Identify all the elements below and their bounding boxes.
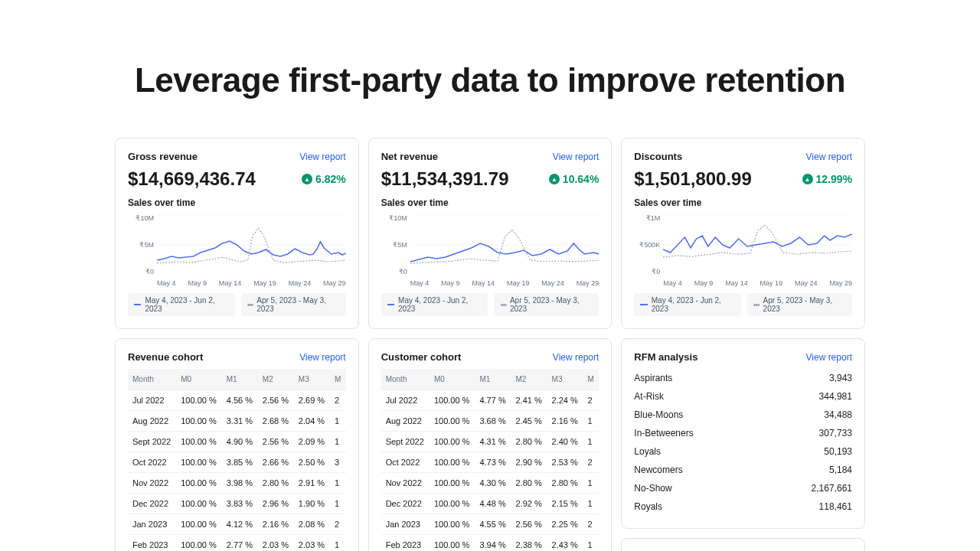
series-primary [410,243,599,262]
revenue-by-source-card: Revenue by source View report web$4,665,… [621,538,865,551]
card-title: Customer cohort [381,351,462,363]
table-row: Aug 2022100.00 %3.31 %2.68 %2.04 %1 [128,411,346,432]
discounts-chart: ₹1M ₹500K ₹0 May 4 May 9 May 14 May 19 M… [634,214,852,287]
table-row: Oct 2022100.00 %4.73 %2.90 %2.53 %2 [381,452,599,473]
view-report-link[interactable]: View report [806,352,852,363]
table-header: M1 [222,369,258,390]
card-title: Revenue cohort [128,351,203,363]
table-header: M0 [430,369,475,390]
table-header: M [330,369,346,390]
chart-subtitle: Sales over time [381,197,599,208]
list-item: In-Betweeners307,733 [634,424,852,442]
arrow-up-icon: ▲ [549,174,560,184]
view-report-link[interactable]: View report [806,152,852,162]
table-header: M3 [294,369,330,390]
legend-compare: •••Apr 5, 2023 - May 3, 2023 [494,293,599,316]
arrow-up-icon: ▲ [802,174,813,184]
table-header: M3 [547,369,583,390]
table-row: Jan 2023100.00 %4.55 %2.56 %2.25 %2 [381,514,599,535]
delta-badge: ▲ 6.82% [302,173,346,185]
table-row: Dec 2022100.00 %4.48 %2.92 %2.15 %1 [381,494,599,514]
customer-cohort-card: Customer cohort View report MonthM0M1M2M… [368,338,612,551]
table-row: Feb 2023100.00 %3.94 %2.38 %2.43 %1 [381,535,599,552]
net-chart: ₹10M ₹5M ₹0 May 4 May 9 May 14 May 19 Ma… [381,214,599,287]
table-header: M [583,369,599,390]
table-row: Sept 2022100.00 %4.31 %2.80 %2.40 %1 [381,432,599,452]
list-item: At-Risk344,981 [634,387,852,406]
list-item: Aspirants3,943 [634,369,852,387]
card-title: RFM analysis [634,351,697,363]
delta-value: 12.99% [816,173,852,185]
delta-value: 6.82% [315,173,346,185]
series-primary [663,234,852,253]
list-item: Newcomers5,184 [634,461,852,479]
metric-value: $11,534,391.79 [381,168,509,190]
legend-primary: May 4, 2023 - Jun 2, 2023 [128,293,235,316]
delta-badge: ▲ 12.99% [802,173,852,185]
metric-value: $14,669,436.74 [128,168,256,190]
view-report-link[interactable]: View report [299,352,345,363]
table-row: Oct 2022100.00 %3.85 %2.66 %2.50 %3 [128,452,346,473]
arrow-up-icon: ▲ [302,174,312,184]
series-compare [663,225,852,257]
table-row: Jul 2022100.00 %4.56 %2.56 %2.69 %2 [128,390,346,411]
table-header: M2 [258,369,294,390]
table-row: Sept 2022100.00 %4.90 %2.56 %2.09 %1 [128,432,346,452]
legend-compare: •••Apr 5, 2023 - May 3, 2023 [747,293,852,316]
table-row: Aug 2022100.00 %3.68 %2.45 %2.16 %1 [381,411,599,432]
discounts-card: Discounts View report $1,501,800.99 ▲ 12… [621,138,865,329]
net-revenue-card: Net revenue View report $11,534,391.79 ▲… [368,138,612,329]
list-item: Blue-Moons34,488 [634,406,852,424]
page-title: Leverage first-party data to improve ret… [0,0,980,138]
delta-value: 10.64% [563,173,599,185]
chart-subtitle: Sales over time [128,197,346,208]
table-header: Month [128,369,176,390]
table-header: Month [381,369,430,390]
gross-chart: ₹10M ₹5M ₹0 May 4 May 9 May 14 May 19 Ma… [128,214,346,287]
table-header: M0 [176,369,222,390]
metric-value: $1,501,800.99 [634,168,751,190]
table-row: Nov 2022100.00 %3.98 %2.80 %2.91 %1 [128,473,346,494]
list-item: Royals118,461 [634,497,852,516]
table-row: Jan 2023100.00 %4.12 %2.16 %2.08 %2 [128,514,346,535]
revenue-cohort-card: Revenue cohort View report MonthM0M1M2M3… [115,338,359,551]
card-title: Net revenue [381,151,438,162]
card-title: Discounts [634,151,682,162]
gross-revenue-card: Gross revenue View report $14,669,436.74… [115,138,359,329]
table-header: M1 [475,369,511,390]
table-row: Dec 2022100.00 %3.83 %2.96 %1.90 %1 [128,494,346,514]
rfm-analysis-card: RFM analysis View report Aspirants3,943A… [621,338,865,529]
series-compare [157,228,346,263]
chart-subtitle: Sales over time [634,197,852,208]
table-row: Nov 2022100.00 %4.30 %2.80 %2.80 %1 [381,473,599,494]
card-title: Gross revenue [128,151,198,162]
view-report-link[interactable]: View report [553,352,599,363]
list-item: No-Show2,167,661 [634,479,852,497]
legend-primary: May 4, 2023 - Jun 2, 2023 [634,293,741,316]
view-report-link[interactable]: View report [299,152,345,162]
legend-compare: •••Apr 5, 2023 - May 3, 2023 [241,293,346,316]
view-report-link[interactable]: View report [553,152,599,162]
table-header: M2 [511,369,547,390]
delta-badge: ▲ 10.64% [549,173,599,185]
customer-cohort-table: MonthM0M1M2M3M Jul 2022100.00 %4.77 %2.4… [381,369,599,551]
revenue-cohort-table: MonthM0M1M2M3M Jul 2022100.00 %4.56 %2.5… [128,369,346,551]
table-row: Jul 2022100.00 %4.77 %2.41 %2.24 %2 [381,390,599,411]
list-item: Loyals50,193 [634,442,852,461]
table-row: Feb 2023100.00 %2.77 %2.03 %2.03 %1 [128,535,346,552]
legend-primary: May 4, 2023 - Jun 2, 2023 [381,293,488,316]
